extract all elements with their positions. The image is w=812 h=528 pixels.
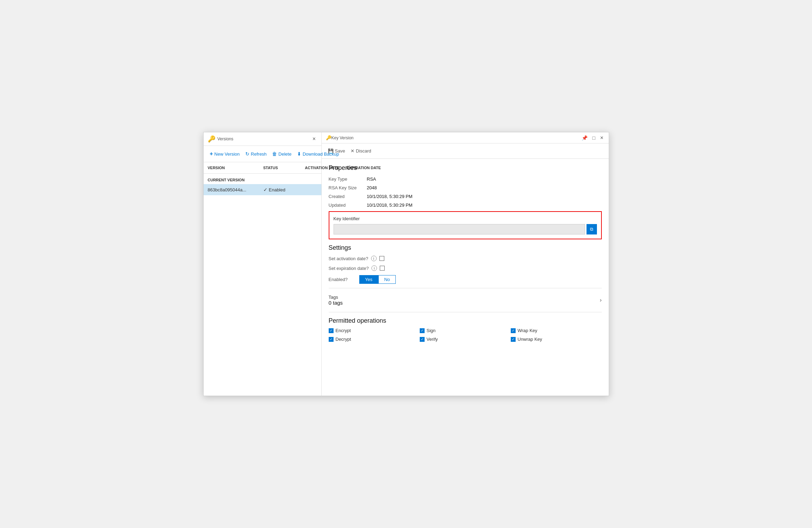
divider-1: [329, 288, 602, 288]
encrypt-label: Encrypt: [336, 328, 351, 333]
copy-icon: ⧉: [590, 226, 593, 232]
prop-updated-value: 10/1/2018, 5:30:29 PM: [367, 203, 413, 208]
right-close-button[interactable]: ×: [598, 134, 605, 142]
new-version-label: New Version: [214, 151, 240, 157]
discard-button[interactable]: ✕ Discard: [348, 147, 373, 155]
expiration-date-checkbox[interactable]: [380, 266, 385, 271]
prop-key-type-label: Key Type: [329, 176, 367, 182]
row-status: ✓ Enabled: [263, 187, 305, 192]
prop-key-type: Key Type RSA: [329, 176, 602, 182]
tags-label: Tags: [329, 295, 343, 300]
operations-grid: ✓ Encrypt ✓ Sign ✓ Wrap Key: [329, 328, 602, 342]
maximize-button[interactable]: □: [591, 134, 597, 141]
right-content: Properties Key Type RSA RSA Key Size 204…: [322, 159, 609, 396]
op-wrap-key: ✓ Wrap Key: [511, 328, 602, 333]
activation-date-setting: Set activation date? i: [329, 256, 602, 261]
verify-check-icon: ✓: [421, 337, 424, 341]
unwrap-key-label: Unwrap Key: [518, 337, 542, 342]
prop-created: Created 10/1/2018, 5:30:29 PM: [329, 194, 602, 199]
key-identifier-input[interactable]: [334, 224, 585, 234]
status-label: Enabled: [269, 187, 286, 192]
expiration-date-setting: Set expiration date? i: [329, 265, 602, 271]
prop-updated: Updated 10/1/2018, 5:30:29 PM: [329, 203, 602, 208]
verify-label: Verify: [427, 337, 438, 342]
save-label: Save: [335, 148, 345, 154]
new-version-button[interactable]: + New Version: [208, 149, 242, 158]
unwrap-key-checkbox[interactable]: ✓: [511, 337, 516, 342]
copy-key-id-button[interactable]: ⧉: [587, 224, 597, 234]
discard-label: Discard: [356, 148, 371, 154]
right-panel: 🔑 Key Version 📌 □ × 💾 Save ✕ Discard Pro…: [322, 132, 609, 396]
table-row[interactable]: 863bc8a095044a... ✓ Enabled: [204, 184, 321, 195]
encrypt-check-icon: ✓: [330, 329, 333, 332]
permitted-operations-title: Permitted operations: [329, 317, 602, 324]
table-header: VERSION STATUS ACTIVATION DATE EXPIRATIO…: [204, 162, 321, 174]
download-icon: ⬇: [297, 151, 301, 157]
enabled-toggle-group: Yes No: [359, 275, 396, 284]
divider-2: [329, 312, 602, 312]
refresh-icon: ↻: [245, 151, 249, 157]
right-header-actions: 📌 □ ×: [580, 134, 605, 142]
sign-check-icon: ✓: [421, 329, 424, 332]
right-panel-header: 🔑 Key Version 📌 □ ×: [322, 132, 609, 143]
prop-rsa-value: 2048: [367, 185, 377, 190]
wrap-key-label: Wrap Key: [518, 328, 538, 333]
decrypt-label: Decrypt: [336, 337, 351, 342]
right-panel-title: Key Version: [331, 135, 354, 140]
sign-checkbox[interactable]: ✓: [420, 328, 425, 333]
left-toolbar: + New Version ↻ Refresh 🗑 Delete ⬇ Downl…: [204, 146, 321, 162]
right-toolbar: 💾 Save ✕ Discard: [322, 143, 609, 159]
prop-updated-label: Updated: [329, 203, 367, 208]
tags-count: 0 tags: [329, 300, 343, 306]
refresh-label: Refresh: [251, 151, 267, 157]
key-icon: 🔑: [208, 135, 215, 143]
activation-info-icon: i: [371, 256, 377, 261]
op-sign: ✓ Sign: [420, 328, 511, 333]
delete-button[interactable]: 🗑 Delete: [270, 150, 294, 158]
delete-label: Delete: [278, 151, 292, 157]
wrap-key-check-icon: ✓: [512, 329, 515, 332]
save-button[interactable]: 💾 Save: [326, 147, 347, 155]
pin-button[interactable]: 📌: [580, 134, 589, 141]
no-button[interactable]: No: [378, 275, 396, 284]
plus-icon: +: [210, 151, 213, 157]
left-panel: 🔑 Versions × + New Version ↻ Refresh 🗑 D…: [204, 132, 322, 396]
discard-icon: ✕: [351, 148, 354, 154]
encrypt-checkbox[interactable]: ✓: [329, 328, 334, 333]
check-icon: ✓: [263, 187, 268, 192]
settings-title: Settings: [329, 244, 602, 251]
save-icon: 💾: [328, 148, 334, 154]
prop-rsa-key-size: RSA Key Size 2048: [329, 185, 602, 190]
refresh-button[interactable]: ↻ Refresh: [243, 150, 269, 158]
yes-button[interactable]: Yes: [359, 275, 378, 284]
row-version: 863bc8a095044a...: [208, 187, 263, 192]
expiration-info-icon: i: [371, 265, 377, 271]
col-status: STATUS: [263, 166, 305, 170]
tags-row[interactable]: Tags 0 tags ›: [329, 292, 602, 308]
delete-icon: 🗑: [272, 151, 277, 157]
prop-rsa-label: RSA Key Size: [329, 185, 367, 190]
right-key-icon: 🔑: [326, 135, 331, 140]
enabled-label: Enabled?: [329, 277, 356, 282]
left-panel-header: 🔑 Versions ×: [204, 132, 321, 146]
op-unwrap-key: ✓ Unwrap Key: [511, 337, 602, 342]
unwrap-key-check-icon: ✓: [512, 337, 515, 341]
activation-date-label: Set activation date?: [329, 256, 368, 261]
op-verify: ✓ Verify: [420, 337, 511, 342]
prop-key-type-value: RSA: [367, 176, 376, 182]
left-panel-close-button[interactable]: ×: [310, 135, 318, 143]
key-identifier-section: Key Identifier ⧉: [329, 211, 602, 239]
decrypt-checkbox[interactable]: ✓: [329, 337, 334, 342]
activation-date-checkbox[interactable]: [379, 256, 384, 261]
enabled-setting: Enabled? Yes No: [329, 275, 602, 284]
verify-checkbox[interactable]: ✓: [420, 337, 425, 342]
decrypt-check-icon: ✓: [330, 337, 333, 341]
col-version: VERSION: [208, 166, 263, 170]
chevron-right-icon: ›: [600, 297, 601, 303]
key-identifier-row: ⧉: [334, 224, 597, 234]
expiration-date-label: Set expiration date?: [329, 266, 369, 271]
key-identifier-label: Key Identifier: [334, 216, 597, 221]
op-encrypt: ✓ Encrypt: [329, 328, 420, 333]
wrap-key-checkbox[interactable]: ✓: [511, 328, 516, 333]
prop-created-label: Created: [329, 194, 367, 199]
